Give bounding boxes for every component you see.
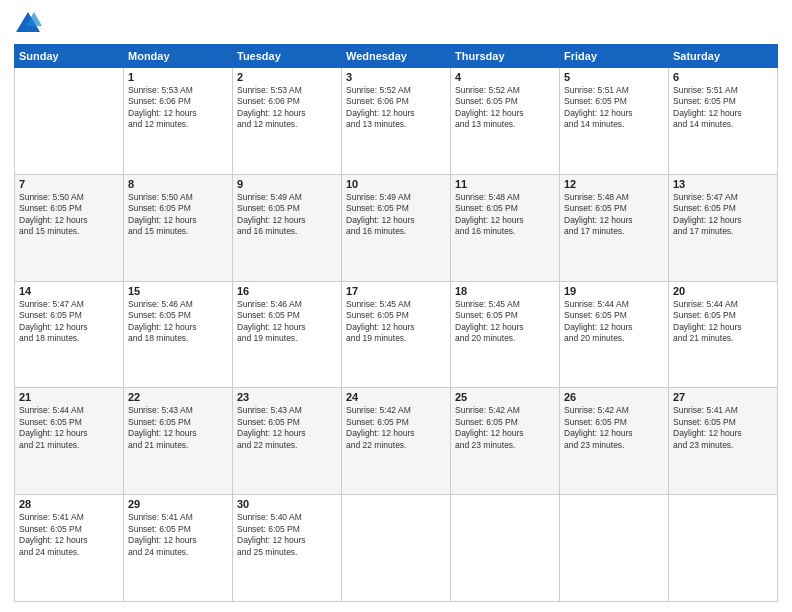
- calendar-cell: [560, 495, 669, 602]
- day-info: Sunrise: 5:49 AM Sunset: 6:05 PM Dayligh…: [346, 192, 446, 238]
- calendar-cell: 13Sunrise: 5:47 AM Sunset: 6:05 PM Dayli…: [669, 174, 778, 281]
- day-info: Sunrise: 5:52 AM Sunset: 6:06 PM Dayligh…: [346, 85, 446, 131]
- day-info: Sunrise: 5:42 AM Sunset: 6:05 PM Dayligh…: [455, 405, 555, 451]
- calendar-cell: 15Sunrise: 5:46 AM Sunset: 6:05 PM Dayli…: [124, 281, 233, 388]
- day-number: 10: [346, 178, 446, 190]
- calendar-cell: 2Sunrise: 5:53 AM Sunset: 6:06 PM Daylig…: [233, 68, 342, 175]
- calendar-cell: 12Sunrise: 5:48 AM Sunset: 6:05 PM Dayli…: [560, 174, 669, 281]
- day-number: 1: [128, 71, 228, 83]
- calendar-cell: 26Sunrise: 5:42 AM Sunset: 6:05 PM Dayli…: [560, 388, 669, 495]
- day-info: Sunrise: 5:51 AM Sunset: 6:05 PM Dayligh…: [673, 85, 773, 131]
- page: SundayMondayTuesdayWednesdayThursdayFrid…: [0, 0, 792, 612]
- day-number: 6: [673, 71, 773, 83]
- day-info: Sunrise: 5:45 AM Sunset: 6:05 PM Dayligh…: [346, 299, 446, 345]
- day-number: 22: [128, 391, 228, 403]
- day-number: 17: [346, 285, 446, 297]
- day-info: Sunrise: 5:45 AM Sunset: 6:05 PM Dayligh…: [455, 299, 555, 345]
- calendar-cell: [15, 68, 124, 175]
- day-info: Sunrise: 5:42 AM Sunset: 6:05 PM Dayligh…: [564, 405, 664, 451]
- day-number: 3: [346, 71, 446, 83]
- day-number: 16: [237, 285, 337, 297]
- day-info: Sunrise: 5:43 AM Sunset: 6:05 PM Dayligh…: [128, 405, 228, 451]
- calendar-cell: 25Sunrise: 5:42 AM Sunset: 6:05 PM Dayli…: [451, 388, 560, 495]
- calendar-week-5: 28Sunrise: 5:41 AM Sunset: 6:05 PM Dayli…: [15, 495, 778, 602]
- day-number: 28: [19, 498, 119, 510]
- day-number: 23: [237, 391, 337, 403]
- calendar-week-1: 1Sunrise: 5:53 AM Sunset: 6:06 PM Daylig…: [15, 68, 778, 175]
- day-info: Sunrise: 5:40 AM Sunset: 6:05 PM Dayligh…: [237, 512, 337, 558]
- day-number: 15: [128, 285, 228, 297]
- day-info: Sunrise: 5:44 AM Sunset: 6:05 PM Dayligh…: [19, 405, 119, 451]
- calendar-week-4: 21Sunrise: 5:44 AM Sunset: 6:05 PM Dayli…: [15, 388, 778, 495]
- calendar-week-3: 14Sunrise: 5:47 AM Sunset: 6:05 PM Dayli…: [15, 281, 778, 388]
- day-number: 24: [346, 391, 446, 403]
- calendar-cell: 17Sunrise: 5:45 AM Sunset: 6:05 PM Dayli…: [342, 281, 451, 388]
- day-number: 4: [455, 71, 555, 83]
- day-info: Sunrise: 5:46 AM Sunset: 6:05 PM Dayligh…: [237, 299, 337, 345]
- day-info: Sunrise: 5:41 AM Sunset: 6:05 PM Dayligh…: [128, 512, 228, 558]
- day-info: Sunrise: 5:50 AM Sunset: 6:05 PM Dayligh…: [128, 192, 228, 238]
- header-day-sunday: Sunday: [15, 45, 124, 68]
- day-info: Sunrise: 5:43 AM Sunset: 6:05 PM Dayligh…: [237, 405, 337, 451]
- day-number: 11: [455, 178, 555, 190]
- calendar-cell: 1Sunrise: 5:53 AM Sunset: 6:06 PM Daylig…: [124, 68, 233, 175]
- calendar-cell: 21Sunrise: 5:44 AM Sunset: 6:05 PM Dayli…: [15, 388, 124, 495]
- day-number: 30: [237, 498, 337, 510]
- day-number: 27: [673, 391, 773, 403]
- calendar-cell: [451, 495, 560, 602]
- day-info: Sunrise: 5:42 AM Sunset: 6:05 PM Dayligh…: [346, 405, 446, 451]
- day-number: 12: [564, 178, 664, 190]
- day-info: Sunrise: 5:44 AM Sunset: 6:05 PM Dayligh…: [673, 299, 773, 345]
- day-number: 9: [237, 178, 337, 190]
- day-info: Sunrise: 5:52 AM Sunset: 6:05 PM Dayligh…: [455, 85, 555, 131]
- header-day-wednesday: Wednesday: [342, 45, 451, 68]
- day-info: Sunrise: 5:48 AM Sunset: 6:05 PM Dayligh…: [564, 192, 664, 238]
- day-number: 8: [128, 178, 228, 190]
- day-info: Sunrise: 5:47 AM Sunset: 6:05 PM Dayligh…: [19, 299, 119, 345]
- logo: [14, 10, 46, 38]
- calendar-cell: 28Sunrise: 5:41 AM Sunset: 6:05 PM Dayli…: [15, 495, 124, 602]
- header-day-saturday: Saturday: [669, 45, 778, 68]
- day-number: 14: [19, 285, 119, 297]
- day-info: Sunrise: 5:46 AM Sunset: 6:05 PM Dayligh…: [128, 299, 228, 345]
- day-number: 2: [237, 71, 337, 83]
- header-day-friday: Friday: [560, 45, 669, 68]
- day-number: 18: [455, 285, 555, 297]
- day-info: Sunrise: 5:53 AM Sunset: 6:06 PM Dayligh…: [128, 85, 228, 131]
- day-info: Sunrise: 5:50 AM Sunset: 6:05 PM Dayligh…: [19, 192, 119, 238]
- header-day-thursday: Thursday: [451, 45, 560, 68]
- calendar-cell: 8Sunrise: 5:50 AM Sunset: 6:05 PM Daylig…: [124, 174, 233, 281]
- calendar-cell: 20Sunrise: 5:44 AM Sunset: 6:05 PM Dayli…: [669, 281, 778, 388]
- calendar-cell: 19Sunrise: 5:44 AM Sunset: 6:05 PM Dayli…: [560, 281, 669, 388]
- day-number: 19: [564, 285, 664, 297]
- calendar-cell: 3Sunrise: 5:52 AM Sunset: 6:06 PM Daylig…: [342, 68, 451, 175]
- calendar-cell: 7Sunrise: 5:50 AM Sunset: 6:05 PM Daylig…: [15, 174, 124, 281]
- calendar-cell: 11Sunrise: 5:48 AM Sunset: 6:05 PM Dayli…: [451, 174, 560, 281]
- day-info: Sunrise: 5:44 AM Sunset: 6:05 PM Dayligh…: [564, 299, 664, 345]
- calendar-body: 1Sunrise: 5:53 AM Sunset: 6:06 PM Daylig…: [15, 68, 778, 602]
- calendar-cell: 6Sunrise: 5:51 AM Sunset: 6:05 PM Daylig…: [669, 68, 778, 175]
- calendar-cell: 14Sunrise: 5:47 AM Sunset: 6:05 PM Dayli…: [15, 281, 124, 388]
- calendar-cell: 9Sunrise: 5:49 AM Sunset: 6:05 PM Daylig…: [233, 174, 342, 281]
- calendar-cell: 18Sunrise: 5:45 AM Sunset: 6:05 PM Dayli…: [451, 281, 560, 388]
- calendar-cell: 4Sunrise: 5:52 AM Sunset: 6:05 PM Daylig…: [451, 68, 560, 175]
- calendar-cell: 27Sunrise: 5:41 AM Sunset: 6:05 PM Dayli…: [669, 388, 778, 495]
- day-info: Sunrise: 5:41 AM Sunset: 6:05 PM Dayligh…: [19, 512, 119, 558]
- day-number: 13: [673, 178, 773, 190]
- day-info: Sunrise: 5:48 AM Sunset: 6:05 PM Dayligh…: [455, 192, 555, 238]
- calendar-cell: 16Sunrise: 5:46 AM Sunset: 6:05 PM Dayli…: [233, 281, 342, 388]
- day-number: 21: [19, 391, 119, 403]
- calendar-cell: 24Sunrise: 5:42 AM Sunset: 6:05 PM Dayli…: [342, 388, 451, 495]
- calendar-cell: 29Sunrise: 5:41 AM Sunset: 6:05 PM Dayli…: [124, 495, 233, 602]
- day-number: 26: [564, 391, 664, 403]
- calendar-week-2: 7Sunrise: 5:50 AM Sunset: 6:05 PM Daylig…: [15, 174, 778, 281]
- calendar-cell: 10Sunrise: 5:49 AM Sunset: 6:05 PM Dayli…: [342, 174, 451, 281]
- calendar-cell: 5Sunrise: 5:51 AM Sunset: 6:05 PM Daylig…: [560, 68, 669, 175]
- header-day-monday: Monday: [124, 45, 233, 68]
- calendar-cell: 23Sunrise: 5:43 AM Sunset: 6:05 PM Dayli…: [233, 388, 342, 495]
- calendar-cell: 22Sunrise: 5:43 AM Sunset: 6:05 PM Dayli…: [124, 388, 233, 495]
- day-info: Sunrise: 5:49 AM Sunset: 6:05 PM Dayligh…: [237, 192, 337, 238]
- day-number: 20: [673, 285, 773, 297]
- day-info: Sunrise: 5:53 AM Sunset: 6:06 PM Dayligh…: [237, 85, 337, 131]
- day-number: 25: [455, 391, 555, 403]
